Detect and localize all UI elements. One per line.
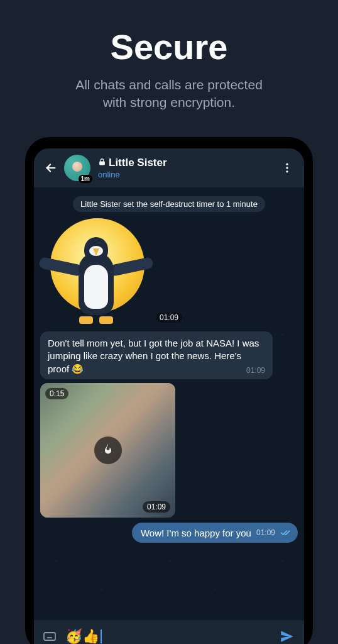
laugh-emoji: 😂 (72, 363, 84, 375)
hero-subtitle: All chats and calls are protected with s… (0, 76, 338, 112)
contact-avatar[interactable]: 1m (64, 155, 90, 181)
incoming-media-message[interactable]: 0:15 01:09 (40, 383, 175, 518)
sticker-timestamp: 01:09 (156, 313, 182, 323)
compose-input[interactable]: 🥳👍 (65, 628, 102, 644)
read-checks-icon (280, 528, 292, 538)
media-duration: 0:15 (45, 388, 68, 399)
sticker-message: 01:09 (40, 218, 298, 325)
contact-name-text: Little Sister (109, 157, 167, 169)
chat-header: 1m Little Sister online (34, 148, 304, 187)
screen: 1m Little Sister online Little Sister se… (34, 148, 304, 644)
message-timestamp: 01:09 (246, 365, 265, 375)
incoming-text-message[interactable]: Don't tell mom yet, but I got the job at… (40, 331, 273, 379)
fire-icon (102, 443, 114, 458)
penguin-sticker[interactable] (43, 218, 150, 325)
hero-sub-line2: with strong encryption. (103, 95, 235, 109)
message-input-bar: 🥳👍 (34, 620, 304, 644)
svg-rect-3 (44, 633, 55, 640)
keyboard-toggle-button[interactable] (40, 627, 59, 644)
hero-title: Secure (0, 26, 338, 67)
text-cursor (101, 630, 102, 643)
out-message-timestamp: 01:09 (256, 528, 275, 537)
contact-status: online (98, 170, 276, 179)
self-destruct-media-button[interactable] (94, 436, 122, 464)
svg-point-1 (286, 167, 288, 169)
send-button[interactable] (276, 626, 298, 644)
phone-frame: 1m Little Sister online Little Sister se… (25, 137, 313, 644)
outgoing-text-message[interactable]: Wow! I'm so happy for you 01:09 (132, 523, 298, 543)
more-options-button[interactable] (276, 157, 298, 179)
contact-name: Little Sister (98, 157, 276, 169)
compose-emoji-content: 🥳👍 (65, 628, 99, 644)
chat-body[interactable]: Little Sister set the self-destruct time… (34, 187, 304, 620)
media-timestamp: 01:09 (143, 501, 170, 513)
svg-point-2 (286, 170, 288, 172)
out-message-text: Wow! I'm so happy for you (141, 528, 251, 538)
hero-sub-line1: All chats and calls are protected (75, 77, 263, 92)
contact-info[interactable]: Little Sister online (98, 157, 276, 179)
self-destruct-badge: 1m (79, 175, 92, 183)
system-message: Little Sister set the self-destruct time… (73, 196, 265, 212)
svg-point-0 (286, 164, 288, 165)
back-button[interactable] (40, 157, 62, 179)
lock-icon (98, 157, 106, 169)
